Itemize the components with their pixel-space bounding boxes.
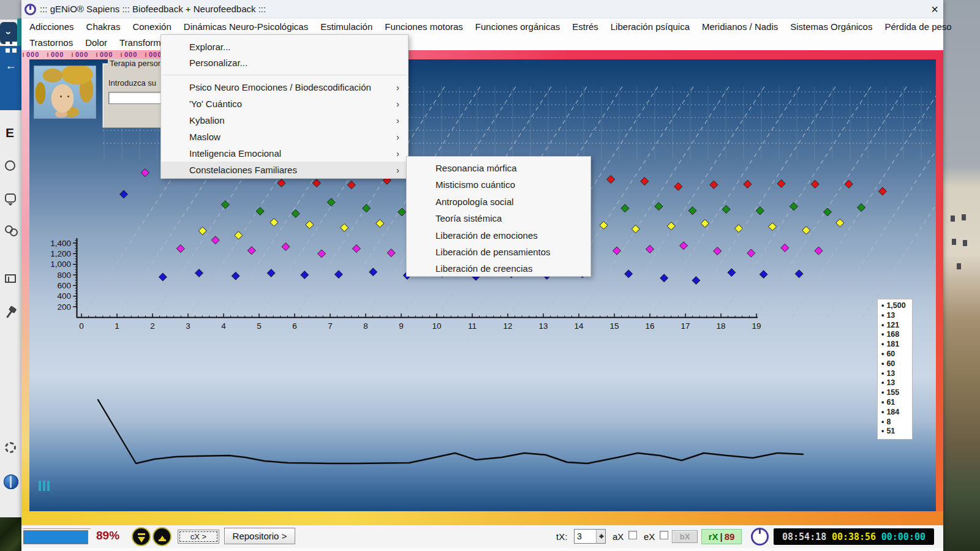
close-icon[interactable]: ×: [927, 1, 943, 17]
menu-item-yo-cu-ntico[interactable]: 'Yo' Cuántico›: [161, 96, 408, 112]
menu-conexi-n[interactable]: Conexión: [126, 21, 177, 32]
back-arrow-icon[interactable]: ←: [0, 59, 21, 72]
progress-topline: [23, 528, 91, 529]
menu-row-1: AdiccionesChakrasConexiónDinámicas Neuro…: [23, 18, 958, 34]
value-list-item: •168: [881, 330, 912, 340]
submenu-item-teor-a-sist-mica[interactable]: Teoría sistémica: [407, 210, 590, 227]
wallpaper-detail: [962, 214, 966, 220]
menu-sistemas-org-nicos[interactable]: Sistemas Orgánicos: [784, 21, 878, 32]
repositorio-button[interactable]: Repositorio >: [224, 528, 295, 544]
ax-checkbox[interactable]: [628, 531, 637, 539]
desktop-wallpaper: [943, 0, 980, 551]
menu-meridianos-nadis[interactable]: Meridianos / Nadis: [696, 21, 784, 32]
svg-text:1,200: 1,200: [50, 249, 71, 258]
band-tick: [96, 53, 97, 57]
menu-item-personalizar[interactable]: Personalizar...: [161, 55, 408, 71]
menu-estr-s[interactable]: Estrés: [566, 21, 605, 32]
value-list-item: •51: [881, 427, 912, 437]
menu-funciones-motoras[interactable]: Funciones motoras: [379, 21, 469, 32]
time-panel: 08:54:18 00:38:56 00:00:00: [774, 528, 934, 545]
ax-label: aX: [612, 531, 624, 542]
menu-item-kybalion[interactable]: Kybalion›: [161, 112, 408, 129]
stepper-arrows-icon[interactable]: [596, 530, 605, 543]
svg-text:400: 400: [57, 291, 71, 301]
svg-text:13: 13: [538, 321, 548, 331]
band-tick: [23, 53, 24, 57]
wallpaper-detail: [963, 240, 967, 246]
session-time: 00:38:56: [832, 531, 876, 542]
tx-value: 3: [577, 531, 582, 541]
submenu-item-misticismo-cu-ntico[interactable]: Misticismo cuántico: [407, 176, 590, 193]
ex-checkbox[interactable]: [660, 531, 668, 539]
window-title: ::: gENiO® Sapiens ::: Biofeedback + Neu…: [40, 4, 266, 14]
submenu-item-liberaci-n-de-creencias[interactable]: Liberación de creencias: [407, 260, 590, 277]
clock-time: 08:54:18: [782, 531, 826, 542]
menu-adicciones[interactable]: Adicciones: [23, 21, 80, 32]
ex-label: eX: [644, 531, 655, 542]
menu-item-inteligencia-emocional[interactable]: Inteligencia Emocional›: [161, 145, 408, 162]
therapy-prompt-label: Introduzca su: [108, 78, 156, 88]
menu-dolor[interactable]: Dolor: [79, 37, 113, 48]
dynamics-dropdown-menu: Explorar...Personalizar...Psico Neuro Em…: [160, 34, 409, 179]
background-window-header: ←: [0, 46, 21, 110]
svg-text:16: 16: [645, 321, 654, 331]
chat-icon[interactable]: [5, 193, 16, 203]
svg-text:600: 600: [57, 281, 71, 290]
menu-din-micas-neuro-psicol-gicas[interactable]: Dinámicas Neuro-Psicológicas: [178, 21, 314, 32]
menu-trastornos[interactable]: Trastornos: [23, 37, 79, 48]
menu-bar: AdiccionesChakrasConexiónDinámicas Neuro…: [21, 18, 943, 50]
menu-item-explorar[interactable]: Explorar...: [161, 39, 408, 55]
menu-p-rdida-de-peso[interactable]: Pérdida de peso: [878, 21, 957, 32]
title-bar[interactable]: ::: gENiO® Sapiens ::: Biofeedback + Neu…: [21, 0, 943, 18]
therapy-group-label: Terapia person: [108, 59, 164, 68]
menu-item-psico-neuro-emociones-biodescodificaci-n[interactable]: Psico Neuro Emociones / Biodescodificaci…: [161, 79, 408, 96]
menu-item-constelaciones-familiares[interactable]: Constelaciones Familiares›: [161, 162, 408, 178]
svg-text:5: 5: [257, 321, 262, 331]
submenu-item-liberaci-n-de-pensamientos[interactable]: Liberación de pensamientos: [407, 244, 590, 260]
window-frame-top: 000000000000000000: [21, 50, 943, 59]
globe-logo-icon[interactable]: [4, 474, 18, 489]
apps-grid-icon[interactable]: [6, 42, 10, 46]
submenu-item-liberaci-n-de-emociones[interactable]: Liberación de emociones: [407, 227, 590, 244]
gear-icon[interactable]: [5, 442, 16, 453]
svg-text:17: 17: [680, 321, 690, 331]
edge-logo-icon[interactable]: E: [6, 126, 14, 140]
band-zero-marker: 000: [26, 51, 39, 58]
progress-bar: [23, 530, 88, 544]
menu-funciones-org-nicas[interactable]: Funciones orgánicas: [469, 21, 566, 32]
submenu-item-resonancia-m-rfica[interactable]: Resonancia mórfica: [407, 160, 590, 176]
value-list-item: •61: [881, 398, 912, 408]
window-panel-icon[interactable]: [5, 274, 16, 283]
svg-text:800: 800: [57, 271, 71, 280]
band-zero-marker: 000: [75, 51, 88, 58]
tx-stepper[interactable]: 3: [574, 529, 606, 544]
svg-text:12: 12: [503, 321, 512, 331]
cx-button[interactable]: cX >: [178, 530, 219, 544]
window-frame-bottom: [21, 511, 943, 525]
band-tick: [47, 53, 48, 57]
submenu-chevron-icon: ›: [396, 79, 399, 96]
band-zero-marker: 000: [51, 51, 64, 58]
menu-chakras[interactable]: Chakras: [80, 21, 127, 32]
menu-liberaci-n-ps-quica[interactable]: Liberación psíquica: [605, 21, 696, 32]
screen: › ← E ::: gENiO® Sapiens ::: Biofeedback…: [0, 0, 980, 551]
people-icon[interactable]: [5, 225, 16, 235]
value-list-item: •155: [881, 388, 912, 398]
rx-label: rX: [709, 531, 718, 542]
value-list-item: •13: [881, 378, 912, 388]
desktop-wallpaper: [0, 0, 21, 20]
value-list-item: •13: [881, 311, 912, 321]
submenu-item-antropolog-a-social[interactable]: Antropología social: [407, 193, 590, 210]
eject-button[interactable]: [153, 527, 172, 546]
bx-button-disabled[interactable]: bX: [672, 530, 698, 543]
menu-estimulaci-n[interactable]: Estimulación: [314, 21, 379, 32]
svg-text:200: 200: [57, 302, 71, 312]
rx-value: 89: [725, 531, 735, 542]
power-info-icon[interactable]: [751, 528, 769, 545]
svg-text:1: 1: [115, 321, 119, 331]
band-zero-marker: 000: [100, 51, 113, 58]
decrease-button[interactable]: [132, 527, 151, 546]
chevron-down-icon[interactable]: ›: [0, 22, 17, 44]
menu-item-maslow[interactable]: Maslow›: [161, 129, 408, 145]
circle-icon[interactable]: [5, 160, 15, 171]
